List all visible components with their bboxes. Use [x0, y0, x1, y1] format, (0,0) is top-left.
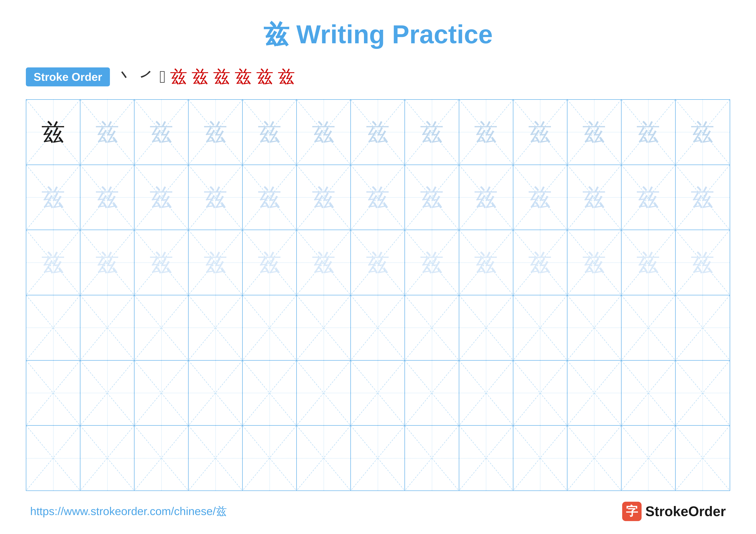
svg-line-135 [134, 426, 188, 491]
char-light: 兹 [366, 120, 390, 144]
cell-4-8 [405, 295, 459, 360]
cell-5-10 [513, 361, 567, 425]
svg-line-124 [567, 361, 621, 425]
svg-line-142 [351, 426, 405, 491]
svg-line-128 [676, 361, 730, 425]
svg-line-147 [459, 426, 513, 491]
stroke-sequence: 丶 ㇒ 𠃌 兹 兹 兹 兹 兹 兹 [116, 65, 295, 89]
cell-4-6 [297, 295, 351, 360]
char-light3: 兹 [366, 251, 390, 274]
char-light3: 兹 [149, 251, 173, 274]
svg-line-84 [189, 295, 242, 360]
char-light: 兹 [474, 120, 498, 144]
svg-line-149 [513, 426, 567, 491]
char-light: 兹 [312, 120, 336, 144]
svg-line-100 [622, 295, 675, 360]
svg-line-91 [351, 295, 405, 360]
footer-logo: 字 StrokeOrder [622, 502, 726, 521]
svg-line-92 [405, 295, 459, 360]
cell-1-8: 兹 [405, 100, 459, 165]
stroke-5: 兹 [192, 65, 209, 89]
cell-1-3: 兹 [134, 100, 189, 165]
svg-line-83 [134, 295, 188, 360]
cell-6-10 [513, 426, 567, 491]
svg-line-137 [189, 426, 242, 491]
cell-5-13 [676, 361, 730, 425]
svg-line-115 [297, 361, 350, 425]
stroke-order-row: Stroke Order 丶 ㇒ 𠃌 兹 兹 兹 兹 兹 兹 [26, 65, 730, 89]
svg-line-148 [513, 426, 567, 491]
cell-4-7 [351, 295, 405, 360]
cell-1-10: 兹 [513, 100, 567, 165]
stroke-6: 兹 [213, 65, 230, 89]
svg-line-95 [459, 295, 513, 360]
char-light2: 兹 [582, 186, 606, 209]
svg-line-121 [459, 361, 513, 425]
char-light3: 兹 [582, 251, 606, 274]
cell-1-11: 兹 [567, 100, 622, 165]
char-light2: 兹 [41, 186, 65, 209]
cell-2-6: 兹 [297, 165, 351, 230]
cell-2-1: 兹 [26, 165, 80, 230]
char-light2: 兹 [258, 186, 282, 209]
cell-6-5 [243, 426, 297, 491]
svg-line-110 [189, 361, 242, 425]
cell-5-11 [567, 361, 622, 425]
char-light2: 兹 [691, 186, 715, 209]
char-light: 兹 [691, 120, 715, 144]
char-light: 兹 [204, 120, 228, 144]
svg-line-144 [405, 426, 459, 491]
svg-line-79 [26, 295, 80, 360]
cell-2-5: 兹 [243, 165, 297, 230]
cell-3-2: 兹 [80, 230, 134, 295]
char-light2: 兹 [636, 186, 660, 209]
svg-line-109 [134, 361, 188, 425]
char-light3: 兹 [474, 251, 498, 274]
title-chinese: 兹 [263, 20, 289, 49]
page-content: 兹 Writing Practice Stroke Order 丶 ㇒ 𠃌 兹 … [0, 0, 756, 534]
grid-row-3: 兹 兹 兹 兹 兹 兹 兹 [26, 230, 730, 295]
cell-6-8 [405, 426, 459, 491]
cell-4-10 [513, 295, 567, 360]
char-light3: 兹 [691, 251, 715, 274]
char-light: 兹 [636, 120, 660, 144]
cell-2-7: 兹 [351, 165, 405, 230]
cell-3-13: 兹 [676, 230, 730, 295]
footer-logo-text: StrokeOrder [645, 503, 726, 519]
cell-2-4: 兹 [189, 165, 243, 230]
char-light2: 兹 [312, 186, 336, 209]
cell-6-11 [567, 426, 622, 491]
cell-4-1 [26, 295, 80, 360]
cell-6-4 [189, 426, 243, 491]
cell-1-4: 兹 [189, 100, 243, 165]
svg-line-151 [567, 426, 621, 491]
char-light2: 兹 [204, 186, 228, 209]
svg-line-127 [622, 361, 675, 425]
cell-4-4 [189, 295, 243, 360]
svg-line-154 [676, 426, 730, 491]
char-light: 兹 [149, 120, 173, 144]
cell-2-13: 兹 [676, 165, 730, 230]
cell-1-13: 兹 [676, 100, 730, 165]
svg-line-152 [622, 426, 675, 491]
svg-line-96 [513, 295, 567, 360]
cell-2-10: 兹 [513, 165, 567, 230]
svg-line-102 [676, 295, 730, 360]
cell-6-6 [297, 426, 351, 491]
cell-3-8: 兹 [405, 230, 459, 295]
svg-line-116 [351, 361, 405, 425]
grid-row-1: 兹 兹 兹 兹 兹 兹 兹 [26, 100, 730, 165]
svg-line-125 [567, 361, 621, 425]
svg-line-145 [405, 426, 459, 491]
cell-3-9: 兹 [459, 230, 513, 295]
stroke-order-badge: Stroke Order [26, 67, 110, 87]
stroke-1: 丶 [116, 65, 134, 89]
svg-line-101 [622, 295, 675, 360]
cell-3-10: 兹 [513, 230, 567, 295]
cell-5-7 [351, 361, 405, 425]
svg-line-136 [189, 426, 242, 491]
svg-line-89 [297, 295, 350, 360]
svg-line-118 [405, 361, 459, 425]
svg-line-117 [351, 361, 405, 425]
svg-line-107 [80, 361, 134, 425]
